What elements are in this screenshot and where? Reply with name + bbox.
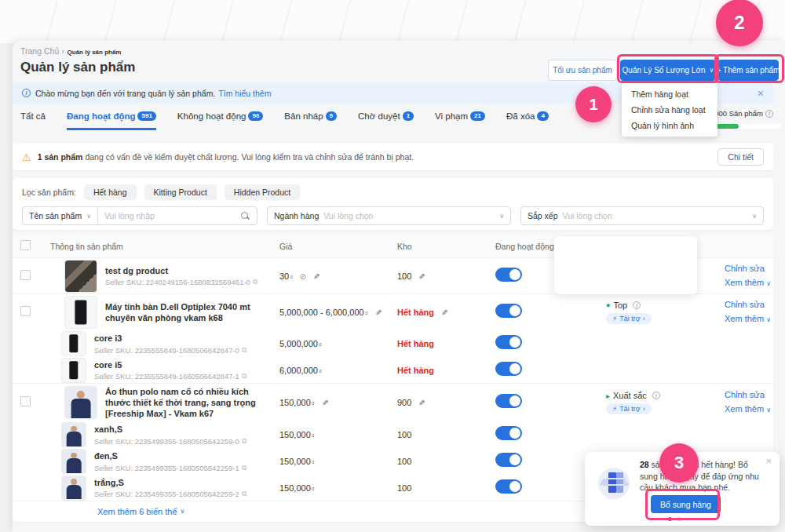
popup-pagination-dots[interactable] <box>668 517 681 521</box>
active-toggle[interactable] <box>495 335 522 349</box>
variant-sku: Seller SKU: 2235499355-1680505642259-2 ⧉ <box>94 490 246 498</box>
menu-item-bulk-edit[interactable]: Chỉnh sửa hàng loạt <box>622 102 717 118</box>
edit-price-icon[interactable]: ✎ <box>322 399 328 407</box>
status-tabs: Tất cả Đang hoạt động 591 Không hoạt độn… <box>20 111 549 130</box>
sort-select[interactable]: Sắp xếp Vui lòng chọn ∨ <box>520 206 764 225</box>
tab-violation[interactable]: Vi phạm 21 <box>435 111 485 130</box>
close-popup-icon[interactable]: × <box>765 455 772 467</box>
info-icon: i <box>765 110 773 118</box>
learn-more-link[interactable]: Tìm hiểu thêm <box>218 89 271 98</box>
variant-sku: Seller SKU: 2235499355-1680505642259-1 ⧉ <box>94 464 246 472</box>
price-cell: 150,000₫ <box>279 457 397 466</box>
table-row: xanh,S Seller SKU: 2235499355-1680505642… <box>13 421 773 448</box>
edit-link[interactable]: Chỉnh sửa <box>725 298 773 312</box>
sponsored-badge[interactable]: ⚡ Tài trợ › <box>606 403 652 414</box>
variant-sku: Seller SKU: 2235499355-1680505642259-0 ⧉ <box>94 437 246 446</box>
edit-link[interactable]: Chỉnh sửa <box>725 262 773 276</box>
search-input[interactable] <box>98 211 241 220</box>
search-icon[interactable] <box>241 212 250 220</box>
row-checkbox[interactable] <box>20 396 31 406</box>
menu-item-bulk-add[interactable]: Thêm hàng loạt <box>622 86 717 102</box>
more-link[interactable]: Xem thêm ∨ <box>725 403 773 417</box>
copy-icon[interactable]: ⧉ <box>242 346 246 355</box>
variant-sku: Seller SKU: 2235555849-1680506642847-0 ⧉ <box>94 346 246 355</box>
filter-chip-kitting[interactable]: Kitting Product <box>144 184 217 200</box>
optimize-products-button[interactable]: Tối ưu sản phẩm <box>548 60 617 81</box>
sponsor-icon: ⚡ <box>612 405 617 413</box>
dot-inactive[interactable] <box>677 517 681 521</box>
tab-active[interactable]: Đang hoạt động 591 <box>67 111 156 130</box>
active-toggle[interactable] <box>495 394 522 408</box>
annotation-step-3: 3 <box>659 443 699 483</box>
active-toggle[interactable] <box>495 453 522 467</box>
sponsored-badge[interactable]: ⚡ Tài trợ › <box>606 313 652 324</box>
tab-pending[interactable]: Chờ duyệt 1 <box>358 111 414 130</box>
table-row: core i3 Seller SKU: 2235555849-168050664… <box>13 330 773 357</box>
product-search-group: Tên sản phẩm ∨ <box>22 206 257 225</box>
copy-icon[interactable]: ⧉ <box>242 490 246 498</box>
edit-stock-icon[interactable]: ✎ <box>418 399 425 407</box>
search-type-select[interactable]: Tên sản phẩm ∨ <box>23 207 98 224</box>
more-link[interactable]: Xem thêm ∨ <box>725 276 773 290</box>
product-thumbnail <box>61 358 86 383</box>
tab-draft[interactable]: Bản nháp 9 <box>284 111 337 130</box>
content-score-spotlight <box>554 236 697 294</box>
chevron-down-icon: ∨ <box>766 280 771 287</box>
row-checkbox[interactable] <box>20 306 31 316</box>
chevron-down-icon: ∨ <box>710 67 714 74</box>
price-cell: 150,000₫ <box>279 430 397 439</box>
header-info: Thông tin sản phẩm <box>50 242 279 251</box>
tab-count-badge: 9 <box>326 111 337 121</box>
add-product-button[interactable]: + Thêm sản phẩm <box>717 60 779 81</box>
chevron-down-icon: ∨ <box>752 213 757 220</box>
breadcrumb-home[interactable]: Trang Chủ <box>20 46 59 56</box>
bulk-manage-button[interactable]: Quản Lý Số Lượng Lớn ∨ <box>620 60 716 81</box>
active-toggle[interactable] <box>495 304 522 318</box>
edit-price-icon[interactable]: ✎ <box>375 308 382 317</box>
edit-price-icon[interactable]: ✎ <box>313 272 319 281</box>
copy-icon[interactable]: ⧉ <box>242 464 246 472</box>
product-thumbnail <box>64 260 97 293</box>
row-checkbox[interactable] <box>20 270 31 280</box>
filter-chip-out-of-stock[interactable]: Hết hàng <box>84 184 137 200</box>
breadcrumb-separator-icon: › <box>61 46 64 56</box>
content-score-cell: ● Top i ⚡ Tài trợ › <box>578 301 715 324</box>
info-icon: i <box>652 392 660 399</box>
category-select[interactable]: Ngành hàng Vui lòng chọn ∨ <box>267 206 511 225</box>
chevron-down-icon: ∨ <box>766 316 771 323</box>
breadcrumb: Trang Chủ › Quản lý sản phẩm <box>20 46 121 56</box>
copy-icon[interactable]: ⧉ <box>253 278 257 286</box>
restock-button[interactable]: Bổ sung hàng <box>651 495 721 513</box>
edit-link[interactable]: Chỉnh sửa <box>725 388 773 403</box>
copy-icon[interactable]: ⧉ <box>242 437 246 446</box>
stock-cell: 100 <box>397 430 495 439</box>
select-all-checkbox[interactable] <box>20 240 31 250</box>
shelf-illustration <box>596 465 632 501</box>
filter-chip-hidden[interactable]: Hidden Product <box>225 184 300 200</box>
menu-item-image-manage[interactable]: Quản lý hình ảnh <box>622 118 717 133</box>
active-toggle[interactable] <box>495 268 522 282</box>
tab-deleted[interactable]: Đã xóa 4 <box>506 111 549 130</box>
active-toggle[interactable] <box>495 362 522 376</box>
copy-icon[interactable]: ⧉ <box>242 372 246 381</box>
tab-count-badge: 96 <box>248 111 263 121</box>
tab-count-badge: 1 <box>403 111 414 121</box>
content-score-value: Top <box>613 301 627 310</box>
detail-button[interactable]: Chi tiết <box>717 148 764 166</box>
tab-all[interactable]: Tất cả <box>20 111 46 130</box>
edit-stock-icon[interactable]: ✎ <box>441 308 447 317</box>
edit-stock-icon[interactable]: ✎ <box>418 272 425 281</box>
promo-blocked-icon: ⊘ <box>299 272 305 281</box>
active-toggle[interactable] <box>495 479 522 494</box>
more-link[interactable]: Xem thêm ∨ <box>725 312 773 326</box>
product-name: Máy tính bàn D.ell Optiplex 7040 mt chuy… <box>105 301 274 324</box>
dot-active[interactable] <box>668 517 672 521</box>
chevron-down-icon: ∨ <box>181 508 185 515</box>
price-cell: 5,000,000 - 6,000,000₫ ✎ <box>279 308 397 317</box>
tab-inactive[interactable]: Không hoạt động 96 <box>177 111 264 130</box>
price-cell: 150,000₫ ✎ <box>279 398 397 407</box>
filter-panel: Lọc sản phẩm: Hết hàng Kitting Product H… <box>13 178 773 230</box>
active-toggle[interactable] <box>495 426 522 440</box>
close-banner-icon[interactable]: × <box>758 87 764 100</box>
product-sku: Seller SKU: 2240249156-1680832569461-0 ⧉ <box>105 278 257 286</box>
